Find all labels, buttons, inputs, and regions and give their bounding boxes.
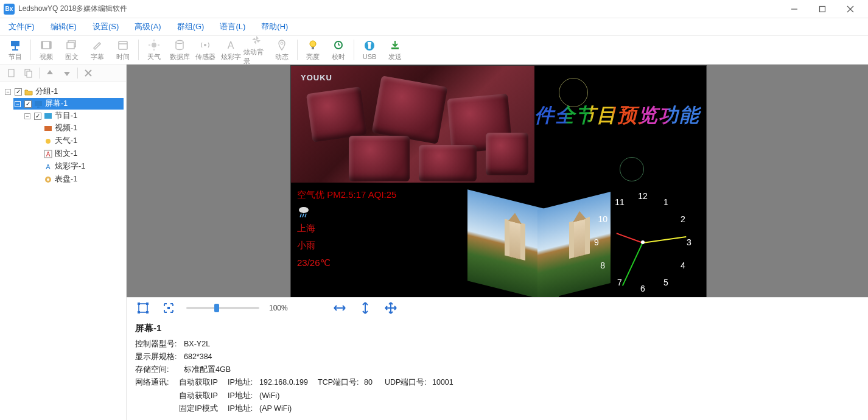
new-file-icon[interactable] [5, 66, 18, 80]
location-icon [276, 39, 288, 51]
tree-label: 图文-1 [55, 149, 77, 159]
tb-subtitle[interactable]: 字幕 [85, 36, 110, 64]
tree-screen[interactable]: − ✓ 屏幕-1 [13, 98, 124, 110]
preview-pictext-zone [461, 183, 589, 297]
collapse-icon[interactable]: − [5, 89, 11, 95]
video-still-image [291, 66, 534, 183]
database-icon [173, 39, 186, 51]
checkbox-icon[interactable]: ✓ [24, 100, 32, 108]
tb-database[interactable]: 数据库 [167, 36, 192, 64]
stretch-horizontal-button[interactable] [332, 300, 348, 316]
weather-condition: 小雨 [297, 237, 455, 254]
tb-colortext[interactable]: A炫彩字 [218, 36, 243, 64]
tree-group[interactable]: − ✓ 分组-1 [4, 86, 124, 97]
window-maximize-button[interactable] [808, 0, 836, 18]
preview-video-zone: YOUKU [291, 66, 534, 183]
clock-icon [332, 39, 345, 51]
kv-value: (WiFi) [259, 390, 318, 402]
slider-knob[interactable] [214, 304, 219, 312]
tree-item-weather[interactable]: 天气-1 [33, 135, 124, 147]
network-label [135, 390, 179, 402]
menu-file[interactable]: 文件(F) [5, 19, 38, 35]
svg-line-51 [305, 214, 306, 217]
storage-label: 存储空间: [135, 363, 179, 376]
preview-weather-zone: 空气优 PM2.5:17 AQI:25 上海 小雨 23/26℃ [291, 183, 461, 297]
fit-screen-button[interactable] [135, 300, 151, 316]
tb-dynamic[interactable]: 动态 [269, 36, 295, 64]
tree-item-dial[interactable]: 表盘-1 [33, 173, 124, 185]
svg-rect-39 [37, 107, 40, 108]
tb-animbg[interactable]: 炫动背景 [243, 36, 269, 64]
window-minimize-button[interactable] [780, 0, 808, 18]
kv-cell: 自动获取IP [179, 376, 228, 389]
project-tree[interactable]: − ✓ 分组-1 − ✓ 屏幕-1 [0, 82, 126, 420]
clock-number: 6 [640, 284, 645, 293]
delete-icon[interactable] [82, 66, 95, 80]
menu-group[interactable]: 群组(G) [173, 19, 208, 35]
zoom-percent-label: 100% [269, 304, 288, 312]
tb-label: 亮度 [306, 52, 320, 61]
collapse-icon[interactable]: − [24, 113, 30, 119]
video-icon [44, 124, 52, 133]
svg-point-42 [46, 139, 51, 144]
svg-rect-11 [67, 43, 74, 49]
menu-help[interactable]: 帮助(H) [257, 19, 292, 35]
move-down-icon[interactable] [60, 66, 74, 80]
kv-key: IP地址: [228, 376, 256, 389]
controller-value: BX-Y2L [184, 338, 210, 351]
pinwheel-icon [250, 34, 262, 46]
svg-point-19 [176, 40, 183, 43]
tree-item-colortext[interactable]: A炫彩字-1 [33, 161, 124, 172]
tb-time[interactable]: 时间 [110, 36, 136, 64]
right-panel: YOUKU 件全节目预览功能 空气优 PM2.5:17 AQI:25 上海 小雨… [127, 65, 868, 420]
tb-brightness[interactable]: 亮度 [300, 36, 326, 64]
collapse-icon[interactable]: − [15, 101, 21, 107]
tb-label: 图文 [65, 52, 79, 61]
toolbar: 节目 视频 图文 字幕 时间 天气 数据库 传感器 A炫彩字 炫动背景 动态 亮… [0, 35, 868, 65]
tb-program[interactable]: 节目 [2, 36, 28, 64]
tb-weather[interactable]: 天气 [141, 36, 167, 64]
svg-rect-1 [820, 6, 825, 12]
clock-number: 1 [663, 197, 668, 207]
checkbox-icon[interactable]: ✓ [15, 88, 22, 96]
move-button[interactable] [383, 300, 399, 316]
stretch-vertical-button[interactable] [357, 300, 373, 316]
menu-settings[interactable]: 设置(S) [89, 19, 122, 35]
kv-value: 192.168.0.199 [259, 376, 318, 389]
tree-item-pictext[interactable]: A图文-1 [33, 148, 124, 159]
window-close-button[interactable] [836, 0, 864, 18]
tb-usb[interactable]: USB [357, 36, 382, 64]
screenspec-label: 显示屏规格: [135, 351, 179, 363]
svg-point-48 [299, 207, 309, 213]
svg-rect-38 [35, 101, 42, 106]
tb-pictext[interactable]: 图文 [59, 36, 85, 64]
program-icon [44, 112, 52, 121]
kv-key: TCP端口号: [318, 376, 360, 389]
tb-sensor[interactable]: 传感器 [192, 36, 218, 64]
copy-icon[interactable] [22, 66, 35, 80]
folder-icon [24, 88, 33, 96]
svg-rect-31 [368, 44, 371, 49]
menu-language[interactable]: 语言(L) [216, 19, 249, 35]
svg-rect-9 [49, 41, 51, 49]
letter-a-icon: A [44, 150, 52, 158]
checkbox-icon[interactable]: ✓ [34, 113, 41, 120]
zoom-slider[interactable] [186, 307, 259, 309]
menu-edit[interactable]: 编辑(E) [47, 19, 80, 35]
tb-video[interactable]: 视频 [33, 36, 59, 64]
tb-send[interactable]: 发送 [382, 36, 408, 64]
actual-size-button[interactable] [161, 300, 177, 316]
led-canvas[interactable]: YOUKU 件全节目预览功能 空气优 PM2.5:17 AQI:25 上海 小雨… [291, 66, 706, 297]
move-up-icon[interactable] [43, 66, 57, 80]
tb-label: 发送 [388, 52, 402, 61]
tb-synctime[interactable]: 校时 [326, 36, 351, 64]
tree-item-video[interactable]: 视频-1 [33, 122, 124, 134]
menu-advanced[interactable]: 高级(A) [131, 19, 164, 35]
tree-program[interactable]: − ✓ 节目-1 [23, 110, 124, 122]
weather-city: 上海 [297, 220, 455, 237]
usb-icon [363, 40, 376, 52]
tree-label: 炫彩字-1 [55, 161, 85, 172]
tree-label: 屏幕-1 [45, 99, 68, 109]
kv-cell: TCP端口号:80 [318, 376, 385, 389]
svg-rect-54 [146, 303, 149, 305]
